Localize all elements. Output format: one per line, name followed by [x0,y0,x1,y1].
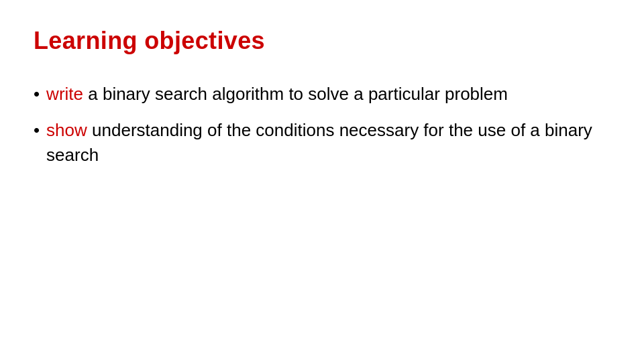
bullet-text-2: show understanding of the conditions nec… [46,118,610,167]
bullet-rest-1: a binary search algorithm to solve a par… [83,84,508,104]
bullet-dot-1: • [34,82,40,106]
bullet-text-1: write a binary search algorithm to solve… [46,82,610,106]
bullet-highlight-2: show [46,120,87,140]
bullet-dot-2: • [34,118,40,142]
list-item: • show understanding of the conditions n… [34,118,610,167]
bullet-list: • write a binary search algorithm to sol… [34,82,610,179]
bullet-rest-2: understanding of the conditions necessar… [46,120,592,164]
slide-container: Learning objectives • write a binary sea… [0,0,644,362]
bullet-highlight-1: write [46,84,83,104]
list-item: • write a binary search algorithm to sol… [34,82,610,106]
slide-title: Learning objectives [34,27,610,55]
